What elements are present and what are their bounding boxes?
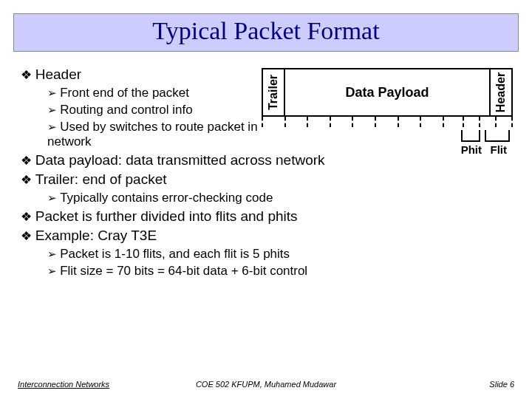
subbullet-packet-flits: Packet is 1-10 flits, and each flit is 5… bbox=[47, 247, 511, 262]
packet-payload-column: Data Payload bbox=[284, 69, 491, 115]
slide-title-band: Typical Packet Format bbox=[13, 13, 519, 52]
bullet-trailer: Trailer: end of packet bbox=[21, 171, 511, 188]
bullet-header: Header bbox=[21, 66, 257, 83]
flit-bracket bbox=[485, 130, 510, 142]
bullet-flits-phits: Packet is further divided into flits and… bbox=[21, 208, 511, 225]
phit-bracket bbox=[461, 130, 480, 142]
subbullet-used-by-switches: Used by switches to route packet in netw… bbox=[47, 120, 269, 149]
packet-trailer-column: Trailer bbox=[263, 69, 284, 115]
packet-diagram: Trailer Data Payload Header P bbox=[262, 68, 513, 164]
packet-header-label: Header bbox=[494, 72, 508, 112]
packet-row: Trailer Data Payload Header bbox=[262, 68, 513, 117]
subbullet-flit-size: Flit size = 70 bits = 64-bit data + 6-bi… bbox=[47, 264, 511, 279]
flit-label: Flit bbox=[491, 143, 508, 156]
packet-tick-marks bbox=[262, 117, 513, 127]
subbullet-routing-info: Routing and control info bbox=[47, 103, 269, 117]
bullet-example: Example: Cray T3E bbox=[21, 228, 511, 244]
packet-header-column: Header bbox=[491, 69, 511, 115]
subbullet-error-check: Typically contains error-checking code bbox=[47, 191, 511, 205]
slide-footer: Interconnection Networks COE 502 KFUPM, … bbox=[0, 380, 532, 393]
packet-payload-label: Data Payload bbox=[345, 85, 429, 100]
footer-center: COE 502 KFUPM, Muhamed Mudawar bbox=[0, 380, 532, 389]
phit-label: Phit bbox=[461, 143, 482, 156]
footer-right: Slide 6 bbox=[489, 380, 514, 389]
subbullet-front-end: Front end of the packet bbox=[47, 86, 269, 100]
packet-trailer-label: Trailer bbox=[267, 75, 280, 110]
slide-title: Typical Packet Format bbox=[152, 17, 379, 44]
